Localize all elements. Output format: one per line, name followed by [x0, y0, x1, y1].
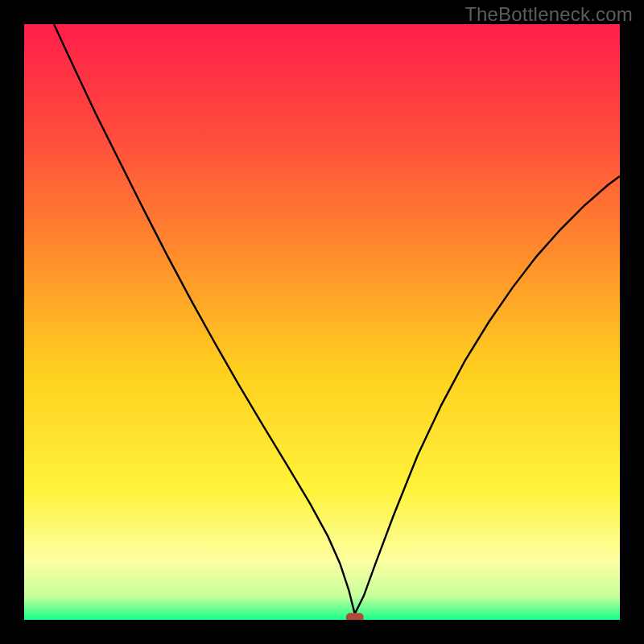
watermark-text: TheBottleneck.com: [464, 3, 633, 26]
bottleneck-chart: [0, 0, 644, 644]
gradient-background: [24, 24, 620, 620]
chart-container: TheBottleneck.com: [0, 0, 644, 644]
